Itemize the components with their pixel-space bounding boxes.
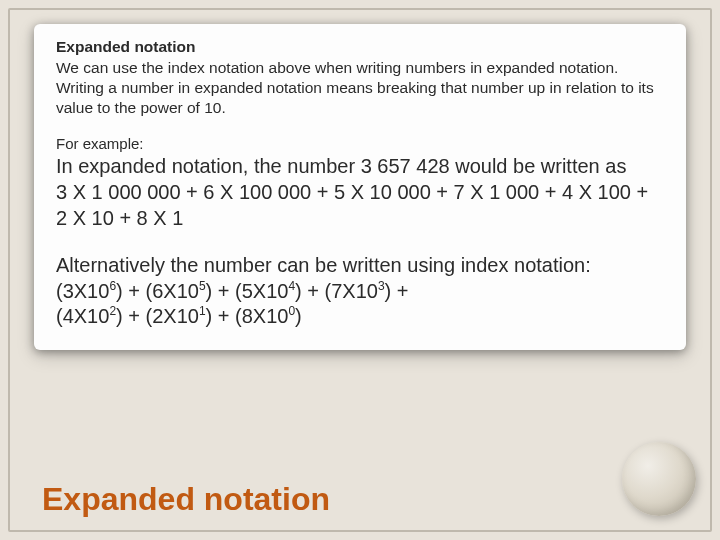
slide-title: Expanded notation [42, 481, 330, 518]
term-5-tail: ) + [116, 305, 145, 327]
index-line-2: (4X102) + (2X101) + (8X100) [56, 304, 664, 330]
content-card: Expanded notation We can use the index n… [34, 24, 686, 350]
term-2-sup: 5 [199, 279, 206, 293]
term-4-base: (7X10 [325, 280, 378, 302]
term-4-sup: 3 [378, 279, 385, 293]
card-heading: Expanded notation [56, 38, 664, 56]
term-3-base: (5X10 [235, 280, 288, 302]
decorative-sphere [622, 442, 696, 516]
term-1-tail: ) + [116, 280, 145, 302]
term-2-base: (6X10 [146, 280, 199, 302]
expanded-line-2: 3 X 1 000 000 + 6 X 100 000 + 5 X 10 000… [56, 180, 664, 231]
term-6-sup: 1 [199, 305, 206, 319]
intro-text: We can use the index notation above when… [56, 58, 664, 117]
index-notation-block: Alternatively the number can be written … [56, 253, 664, 330]
term-7-tail: ) [295, 305, 302, 327]
intro-line-2: Writing a number in expanded notation me… [56, 79, 654, 116]
term-5-base: (4X10 [56, 305, 109, 327]
term-6-tail: ) + [206, 305, 235, 327]
term-3-tail: ) + [295, 280, 324, 302]
expanded-example: In expanded notation, the number 3 657 4… [56, 154, 664, 231]
index-line-1: (3X106) + (6X105) + (5X104) + (7X103) + [56, 279, 664, 305]
intro-line-1: We can use the index notation above when… [56, 59, 618, 76]
term-7-base: (8X10 [235, 305, 288, 327]
for-example-label: For example: [56, 135, 664, 152]
alt-intro: Alternatively the number can be written … [56, 253, 664, 279]
expanded-line-1: In expanded notation, the number 3 657 4… [56, 154, 664, 180]
term-2-tail: ) + [206, 280, 235, 302]
term-1-base: (3X10 [56, 280, 109, 302]
term-4-tail: ) + [385, 280, 409, 302]
term-6-base: (2X10 [146, 305, 199, 327]
